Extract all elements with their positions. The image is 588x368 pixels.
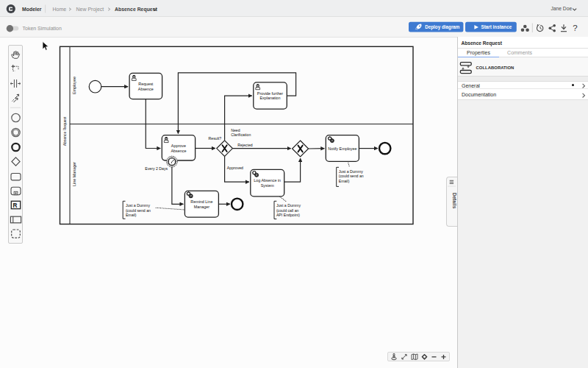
- svg-text:Explanation: Explanation: [259, 96, 280, 100]
- svg-text:Notify Employee: Notify Employee: [328, 146, 356, 151]
- svg-text:Result?: Result?: [209, 136, 222, 141]
- svg-text:Absence: Absence: [138, 87, 154, 91]
- svg-text:New Project: New Project: [76, 7, 104, 13]
- svg-text:(could send an: (could send an: [126, 208, 151, 213]
- svg-text:Modeler: Modeler: [22, 7, 42, 12]
- svg-text:Manager: Manager: [194, 205, 209, 209]
- svg-text:Home: Home: [53, 7, 67, 12]
- svg-text:Details: Details: [452, 192, 457, 208]
- svg-text:API Endpoint): API Endpoint): [276, 213, 300, 217]
- svg-text:Absence Request: Absence Request: [62, 116, 67, 146]
- svg-text:Rejected: Rejected: [237, 143, 253, 147]
- svg-text:Every 2 Days: Every 2 Days: [145, 166, 168, 171]
- svg-text:(could send an: (could send an: [339, 174, 364, 178]
- svg-text:Token Simulation: Token Simulation: [23, 26, 62, 31]
- svg-text:Just a Dummy: Just a Dummy: [126, 203, 151, 208]
- svg-text:Log Absence in: Log Absence in: [254, 178, 281, 183]
- svg-text:Need: Need: [231, 128, 240, 132]
- svg-text:COLLABORATION: COLLABORATION: [476, 66, 514, 70]
- svg-text:Remind Line: Remind Line: [190, 199, 212, 204]
- svg-text:Email): Email): [126, 213, 137, 217]
- svg-text:Request: Request: [138, 82, 154, 86]
- svg-text:Absence Request: Absence Request: [115, 7, 158, 13]
- svg-text:Just a Dummy: Just a Dummy: [276, 203, 301, 208]
- svg-text:Email): Email): [339, 179, 350, 183]
- svg-text:Provide further: Provide further: [257, 91, 284, 96]
- svg-text:Start instance: Start instance: [481, 24, 512, 29]
- svg-text:Approve: Approve: [171, 144, 186, 148]
- svg-text:Line Manager: Line Manager: [72, 162, 76, 186]
- svg-text:(could call an: (could call an: [276, 208, 299, 213]
- svg-text:Deploy diagram: Deploy diagram: [425, 24, 460, 30]
- svg-text:Jane Doe: Jane Doe: [551, 6, 573, 11]
- svg-text:Just a Dummy: Just a Dummy: [339, 169, 364, 174]
- svg-text:Approved: Approved: [227, 166, 243, 170]
- svg-text:Clarification: Clarification: [231, 132, 251, 137]
- svg-text:?: ?: [573, 24, 577, 32]
- svg-text:Employee: Employee: [72, 77, 76, 94]
- svg-text:Absence: Absence: [171, 149, 186, 153]
- svg-text:System: System: [261, 183, 274, 188]
